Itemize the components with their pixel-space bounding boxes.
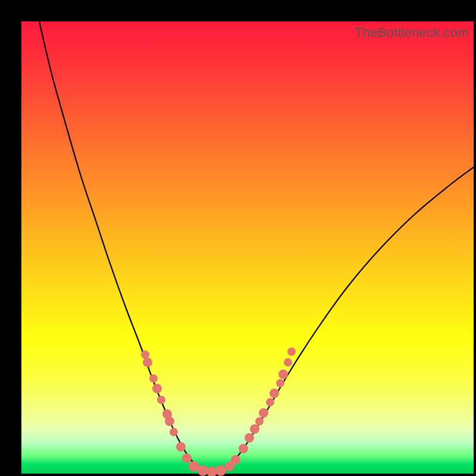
bead-dot — [287, 347, 296, 356]
bead-dot — [165, 416, 174, 426]
bead-dot — [270, 389, 279, 398]
bead-dot — [278, 369, 288, 379]
bead-dot — [143, 358, 152, 367]
bead-dot — [255, 417, 264, 425]
curve-layer — [21, 21, 474, 474]
bead-dot — [215, 465, 226, 476]
bead-dot — [149, 374, 158, 383]
bead-dot — [141, 350, 149, 359]
plot-area: TheBottleneck.com — [21, 21, 474, 474]
chart-frame: TheBottleneck.com — [0, 0, 476, 476]
curve-left-branch — [39, 21, 212, 472]
bead-dot — [276, 379, 284, 387]
bead-dot — [266, 398, 274, 406]
bead-dot — [157, 396, 165, 404]
bead-dot — [170, 428, 178, 436]
bead-dot — [152, 384, 162, 393]
bead-dot — [176, 442, 186, 452]
bead-dot — [284, 358, 292, 367]
bead-dot — [250, 424, 259, 434]
bead-group — [141, 347, 296, 476]
bead-dot — [245, 433, 254, 443]
bead-dot — [239, 444, 248, 453]
bead-dot — [259, 408, 268, 418]
bead-dot — [182, 453, 192, 463]
bead-dot — [231, 455, 240, 465]
